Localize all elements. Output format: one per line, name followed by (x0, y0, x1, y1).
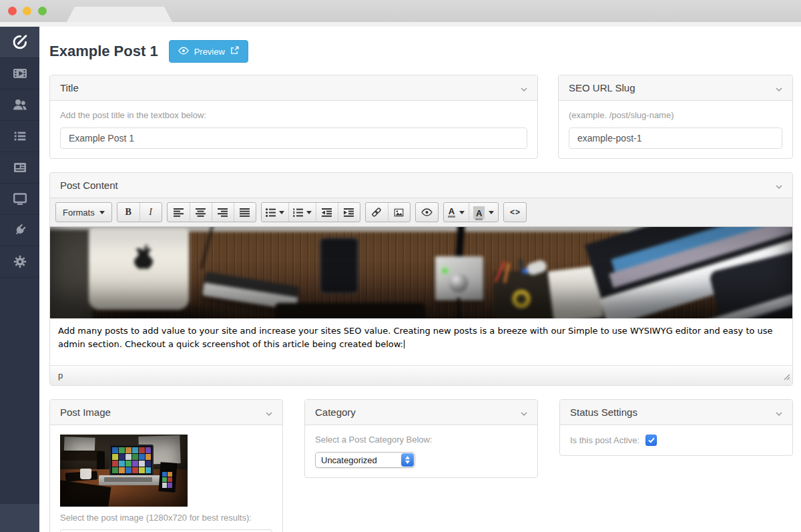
bullet-list-button[interactable] (262, 203, 288, 222)
title-panel: Title Add the post title in the textbox … (49, 75, 538, 159)
category-label: Select a Post Category Below: (315, 435, 527, 445)
content-panel: Post Content Formats B I (49, 172, 793, 386)
sidebar-item-list[interactable] (0, 121, 39, 152)
element-path[interactable]: p (58, 370, 63, 380)
checkmark-icon (648, 437, 655, 443)
chevron-down-icon (521, 407, 527, 418)
source-code-button[interactable]: <> (504, 203, 526, 222)
post-title-input[interactable] (60, 127, 527, 149)
page-title: Example Post 1 (49, 43, 158, 60)
indent-button[interactable] (338, 203, 360, 222)
post-content-image (50, 227, 792, 318)
content-panel-header[interactable]: Post Content (50, 173, 792, 198)
sidebar-collapse-area[interactable] (0, 504, 39, 532)
sidebar-item-videos[interactable] (0, 58, 39, 89)
video-icon (12, 65, 28, 81)
sidebar-item-dashboard[interactable] (0, 27, 39, 58)
formats-label: Formats (63, 208, 95, 218)
sidebar-item-plugins[interactable] (0, 215, 39, 246)
slug-panel-header[interactable]: SEO URL Slug (559, 75, 792, 101)
minimize-window-button[interactable] (23, 7, 31, 15)
chevron-down-icon (776, 82, 782, 93)
caret-down-icon (459, 211, 465, 214)
code-icon: <> (510, 208, 521, 217)
outdent-button[interactable] (316, 203, 338, 222)
editor-statusbar: p (50, 365, 792, 385)
newspaper-icon (12, 160, 28, 176)
caret-down-icon (489, 211, 494, 214)
status-panel-title: Status Settings (570, 407, 637, 418)
category-selected-value: Uncategorized (321, 455, 377, 465)
sidebar-item-news[interactable] (0, 152, 39, 184)
preview-button-label: Preview (194, 47, 225, 57)
formats-dropdown[interactable]: Formats (56, 203, 111, 222)
active-checkbox[interactable] (645, 435, 657, 446)
slug-field-label: (example. /post/slug-name) (569, 110, 782, 120)
file-input[interactable]: Choose Files No file chosen (60, 529, 272, 532)
text-color-button[interactable]: A (444, 203, 469, 222)
outdent-icon (322, 208, 332, 217)
align-left-button[interactable] (168, 203, 190, 222)
title-field-label: Add the post title in the textbox below: (60, 110, 527, 120)
dashboard-logo-icon (11, 33, 29, 51)
numbered-list-icon (293, 208, 303, 217)
title-panel-header[interactable]: Title (50, 75, 537, 101)
align-right-button[interactable] (212, 203, 234, 222)
align-justify-button[interactable] (234, 203, 256, 222)
align-center-button[interactable] (190, 203, 212, 222)
window-titlebar (0, 0, 801, 22)
status-settings-panel: Status Settings Is this post Active: (559, 399, 793, 456)
editor-toolbar: Formats B I (50, 198, 792, 227)
italic-button[interactable]: I (140, 203, 162, 222)
chevron-down-icon (776, 407, 782, 418)
category-panel-header[interactable]: Category (305, 400, 537, 425)
zoom-window-button[interactable] (38, 7, 47, 15)
chevron-down-icon (266, 407, 272, 418)
post-image-panel: Post Image (49, 399, 283, 532)
background-color-icon: A (475, 208, 483, 220)
post-image-panel-header[interactable]: Post Image (50, 400, 282, 425)
main-content: Example Post 1 Preview Title Add the po (39, 27, 801, 532)
background-color-button[interactable]: A (469, 203, 498, 222)
editor-paragraph-text: Add many posts to add value to your site… (58, 326, 773, 349)
category-panel-title: Category (315, 407, 356, 418)
indent-icon (344, 208, 354, 217)
active-checkbox-label: Is this post Active: (570, 435, 639, 445)
preview-button[interactable]: Preview (169, 40, 248, 63)
category-select[interactable]: Uncategorized (315, 452, 415, 468)
chevron-down-icon (521, 82, 527, 93)
post-image-thumbnail (60, 435, 188, 507)
align-center-icon (196, 208, 206, 217)
post-image-panel-title: Post Image (60, 407, 111, 418)
caret-down-icon (99, 211, 105, 214)
sidebar-item-settings[interactable] (0, 246, 39, 278)
link-icon (371, 207, 382, 218)
insert-image-button[interactable] (388, 203, 410, 222)
editor-content-area[interactable]: Add many posts to add value to your site… (50, 227, 792, 385)
bold-button[interactable]: B (117, 203, 140, 222)
italic-icon: I (149, 207, 152, 218)
display-icon (12, 191, 28, 207)
external-link-icon (230, 46, 239, 57)
gear-icon (13, 254, 27, 269)
insert-link-button[interactable] (366, 203, 388, 222)
post-image-label: Select the post image (1280x720 for best… (60, 513, 272, 523)
slug-panel-title: SEO URL Slug (569, 82, 635, 93)
browser-tab[interactable] (67, 7, 172, 22)
slug-panel: SEO URL Slug (example. /post/slug-name) (558, 75, 793, 159)
align-left-icon (174, 208, 184, 217)
numbered-list-button[interactable] (288, 203, 316, 222)
close-window-button[interactable] (8, 7, 17, 15)
sidebar-item-users[interactable] (0, 89, 39, 121)
bold-icon: B (125, 207, 131, 218)
align-justify-icon (240, 208, 250, 217)
editor-paragraph[interactable]: Add many posts to add value to your site… (50, 318, 792, 350)
status-panel-header[interactable]: Status Settings (560, 400, 792, 425)
slug-input[interactable] (569, 127, 782, 149)
resize-grip[interactable] (784, 371, 790, 383)
sidebar-item-display[interactable] (0, 184, 39, 215)
text-color-icon: A (448, 207, 455, 218)
preview-toggle-button[interactable] (416, 203, 438, 222)
bullet-list-icon (266, 208, 276, 217)
eye-icon (421, 208, 433, 216)
